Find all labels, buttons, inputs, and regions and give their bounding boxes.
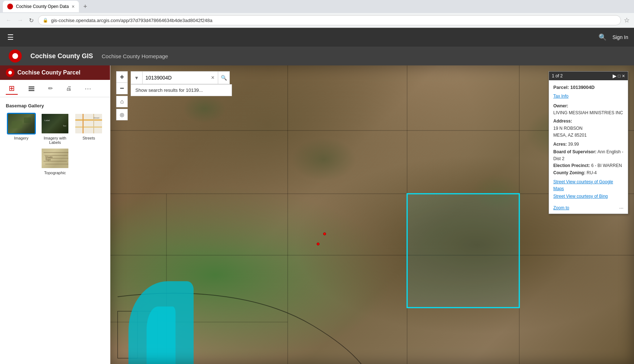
popup-close-button[interactable]: × [622, 73, 625, 79]
logo-inner [12, 53, 18, 59]
basemap-gallery-title: Basemap Gallery [6, 103, 104, 108]
app-header: ☰ 🔍 Sign In [0, 28, 634, 47]
profile-area: ☆ [624, 16, 630, 24]
popup-zoning-row: County Zoning: RU-4 [553, 170, 624, 176]
url-text: gis-cochise.opendata.arcgis.com/app/37d7… [51, 18, 616, 23]
basemap-label-imagery: Imagery [14, 136, 29, 140]
popup-acres-value: 39.99 [568, 142, 579, 147]
popup-election-row: Election Precinct: 6 - BI WARREN [553, 162, 624, 169]
back-button[interactable]: ← [4, 16, 13, 25]
popup-header: 1 of 2 ▶ □ × [549, 72, 628, 80]
sign-in-button[interactable]: Sign In [612, 34, 628, 40]
app-title-bar: Cochise County Parcel [0, 65, 110, 80]
popup-owner-label: Owner: [553, 103, 568, 108]
basemap-thumb-imagery-labels: Label Text [41, 113, 69, 134]
popup-owner-value: LIVING MESSIAH MINISTRIES INC [553, 110, 623, 115]
popup-body: Parcel: 10139004D Tax Info Owner: LIVING… [549, 80, 628, 204]
basemap-thumb-imagery [7, 113, 36, 134]
basemap-label-topographic: Topographic [44, 171, 66, 175]
site-title: Cochise County GIS [30, 52, 93, 60]
header-search-icon[interactable]: 🔍 [599, 33, 606, 41]
forward-button[interactable]: → [16, 16, 25, 25]
popup-address-label: Address: [553, 119, 572, 124]
info-popup: 1 of 2 ▶ □ × Parcel: 10139004D Tax Info … [549, 71, 628, 214]
basemap-item-topographic[interactable]: ShadoTopo Topographic [6, 147, 104, 175]
homepage-link[interactable]: Cochise County Homepage [102, 53, 168, 59]
popup-acres-label: Acres: [553, 142, 567, 147]
basemap-item-streets[interactable]: Street Streets [73, 113, 104, 145]
popup-address-line1: 19 N ROBSON [553, 126, 583, 131]
tab-close-button[interactable]: × [72, 4, 75, 9]
basemap-thumb-topographic: ShadoTopo [41, 147, 69, 169]
grid-view-button[interactable]: ⊞ [6, 82, 18, 95]
popup-counter: 1 of 2 [552, 73, 563, 78]
popup-supervisor-label: Board of Supervisor: [553, 149, 596, 154]
basemap-thumb-streets: Street [74, 113, 103, 134]
popup-footer: Zoom to ··· [549, 204, 628, 214]
locate-button[interactable]: ◎ [116, 109, 128, 120]
zoom-out-button[interactable]: − [116, 83, 128, 94]
edit-button[interactable]: ✏ [45, 83, 56, 93]
app-title-text: Cochise County Parcel [17, 69, 80, 76]
popup-parcel-id: Parcel: 10139004D [553, 84, 624, 91]
sub-header: Cochise County GIS Cochise County Homepa… [0, 47, 634, 65]
print-button[interactable]: 🖨 [63, 84, 75, 93]
popup-google-maps-link[interactable]: Street View courtesy of Google Maps [553, 179, 624, 192]
hamburger-menu-icon[interactable]: ☰ [6, 31, 15, 43]
tab-title: Cochise County Open Data [16, 4, 69, 9]
popup-zoning-value: RU-4 [587, 170, 597, 175]
map-marker-1 [323, 232, 326, 235]
popup-address-line2: MESA, AZ 85201 [553, 133, 587, 138]
search-bar: ▼ × 🔍 [131, 71, 230, 84]
refresh-button[interactable]: ↻ [28, 16, 35, 25]
popup-supervisor-row: Board of Supervisor: Ann English - Dist … [553, 149, 624, 162]
svg-rect-0 [29, 86, 34, 87]
zoom-in-button[interactable]: + [116, 71, 128, 83]
search-dropdown-button[interactable]: ▼ [131, 72, 143, 84]
logo-circle [9, 50, 22, 63]
dropdown-arrow-icon: ▼ [134, 75, 139, 81]
basemap-grid: Imagery Label Text Imagery withLabels [6, 113, 104, 145]
popup-more-button[interactable]: ··· [619, 205, 624, 211]
popup-tax-info-link[interactable]: Tax Info [553, 93, 624, 100]
address-bar: ← → ↻ 🔒 gis-cochise.opendata.arcgis.com/… [0, 13, 634, 27]
popup-election-label: Election Precinct: [553, 163, 590, 168]
basemap-item-imagery-labels[interactable]: Label Text Imagery withLabels [39, 113, 70, 145]
search-submit-icon: 🔍 [221, 75, 227, 81]
search-clear-button[interactable]: × [208, 72, 218, 84]
basemap-gallery: Basemap Gallery Imagery [0, 97, 110, 181]
popup-next-button[interactable]: ▶ [613, 73, 617, 79]
search-suggestion[interactable]: Show search results for 10139... [131, 84, 232, 96]
map-controls: + − ⌂ ◎ [116, 71, 128, 120]
basemap-label-streets: Streets [83, 136, 95, 140]
popup-bing-link[interactable]: Street View courtesy of Bing [553, 193, 624, 200]
sidebar-icon-bar: ⊞ ✏ 🖨 ⋯ [0, 80, 110, 97]
svg-rect-1 [29, 88, 34, 89]
popup-street-views: Street View courtesy of Google Maps Stre… [553, 179, 624, 200]
popup-address-row: Address: 19 N ROBSON MESA, AZ 85201 [553, 118, 624, 139]
url-bar[interactable]: 🔒 gis-cochise.opendata.arcgis.com/app/37… [38, 15, 621, 25]
popup-owner-row: Owner: LIVING MESSIAH MINISTRIES INC [553, 103, 624, 116]
popup-zoom-to-link[interactable]: Zoom to [553, 205, 569, 210]
home-button[interactable]: ⌂ [116, 96, 128, 107]
layers-button[interactable] [25, 83, 38, 94]
map-area[interactable]: + − ⌂ ◎ ▼ × 🔍 Show search results for 10… [110, 65, 634, 364]
basemap-item-imagery[interactable]: Imagery [6, 113, 37, 145]
svg-rect-2 [29, 90, 34, 91]
sidebar: Cochise County Parcel ⊞ ✏ 🖨 ⋯ Basemap Ga… [0, 65, 110, 364]
bookmark-icon[interactable]: ☆ [624, 16, 630, 24]
new-tab-button[interactable]: + [80, 1, 90, 12]
popup-nav: ▶ □ × [613, 73, 625, 79]
share-button[interactable]: ⋯ [82, 83, 94, 94]
popup-window-button[interactable]: □ [618, 73, 621, 78]
search-submit-button[interactable]: 🔍 [218, 72, 229, 84]
search-input[interactable] [143, 75, 208, 81]
tab-bar: Cochise County Open Data × + [0, 0, 634, 13]
map-marker-2 [317, 243, 320, 245]
popup-election-value: 6 - BI WARREN [591, 163, 622, 168]
search-suggestion-text: Show search results for 10139... [135, 87, 203, 93]
main-content: Cochise County Parcel ⊞ ✏ 🖨 ⋯ Basemap Ga… [0, 65, 634, 364]
active-tab[interactable]: Cochise County Open Data × [3, 1, 79, 12]
tab-favicon [7, 4, 13, 9]
popup-zoning-label: County Zoning: [553, 170, 586, 175]
